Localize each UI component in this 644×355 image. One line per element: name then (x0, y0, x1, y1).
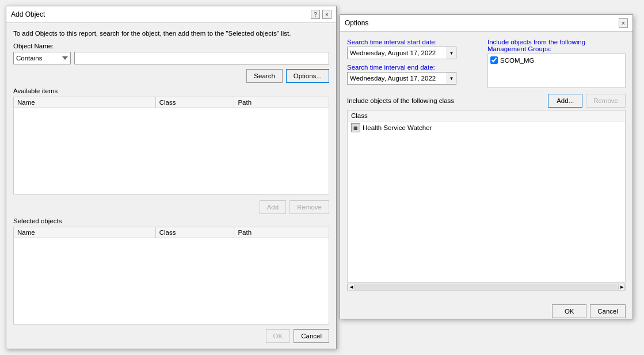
start-date-dropdown-btn[interactable]: ▼ (447, 47, 456, 59)
class-table-cell: ▦ Health Service Watcher (348, 121, 625, 135)
end-date-label: Search time interval end date: (347, 64, 482, 71)
object-name-row: Contains (13, 52, 329, 64)
add-button[interactable]: Add (260, 200, 286, 214)
search-options-row: Search Options... (13, 69, 329, 83)
selected-objects-label: Selected objects (13, 217, 329, 224)
selected-objects-table: Name Class Path (14, 227, 329, 238)
available-path-header: Path (234, 97, 329, 108)
options-titlebar-actions: × (619, 18, 628, 28)
end-date-dropdown-btn[interactable]: ▼ (447, 72, 456, 84)
selected-path-header: Path (234, 227, 329, 238)
add-object-titlebar: Add Object ? × (6, 6, 336, 23)
selected-class-header: Class (155, 227, 234, 238)
add-object-dialog: Add Object ? × To add Objects to this re… (6, 6, 337, 349)
grid-icon: ▦ (351, 123, 360, 132)
class-table: Class ▦ Health Service Watcher (348, 110, 625, 134)
selected-objects-table-container: Name Class Path (13, 227, 329, 325)
object-name-input[interactable] (74, 52, 329, 64)
start-date-value: Wednesday, August 17, 2022 (348, 49, 447, 56)
options-dialog: Options × Search time interval start dat… (340, 14, 633, 319)
ok-button[interactable]: OK (266, 329, 291, 343)
mg-checkbox[interactable] (490, 56, 498, 64)
start-date-row: Wednesday, August 17, 2022 ▼ (347, 47, 482, 59)
contains-select[interactable]: Contains (13, 52, 71, 64)
class-table-container: Class ▦ Health Service Watcher (347, 110, 626, 283)
class-row-item: ▦ Health Service Watcher (351, 123, 622, 132)
object-name-label: Object Name: (13, 43, 329, 49)
mg-item: SCOM_MG (490, 56, 623, 64)
options-cancel-button[interactable]: Cancel (590, 304, 626, 318)
include-class-buttons: Add... Remove (548, 94, 626, 108)
options-button[interactable]: Options... (286, 69, 329, 83)
available-class-header: Class (155, 97, 234, 108)
options-ok-button[interactable]: OK (552, 304, 586, 318)
options-left-panel: Search time interval start date: Wednesd… (347, 39, 482, 88)
titlebar-actions: ? × (311, 10, 331, 19)
scroll-left-btn[interactable]: ◀ (348, 284, 355, 291)
add-remove-row: Add Remove (13, 200, 329, 214)
cancel-button[interactable]: Cancel (294, 329, 329, 343)
start-date-label: Search time interval start date: (347, 39, 482, 45)
scrollbar-track[interactable] (355, 284, 618, 290)
search-button[interactable]: Search (246, 69, 282, 83)
options-close-button[interactable]: × (619, 18, 628, 28)
start-date-field[interactable]: Wednesday, August 17, 2022 ▼ (347, 47, 456, 59)
end-date-field[interactable]: Wednesday, August 17, 2022 ▼ (347, 72, 456, 85)
class-header: Class (348, 110, 625, 121)
add-object-body: To add Objects to this report, search fo… (6, 23, 336, 349)
class-item-name: Health Service Watcher (363, 124, 432, 131)
end-date-value: Wednesday, August 17, 2022 (348, 75, 447, 82)
scroll-right-btn[interactable]: ▶ (618, 284, 625, 291)
options-titlebar: Options × (340, 15, 632, 32)
mg-label: Include objects from the following Manag… (487, 39, 626, 52)
available-items-section: Available items Name Class Path (13, 87, 329, 194)
selected-name-header: Name (14, 227, 155, 238)
horizontal-scrollbar[interactable]: ◀ ▶ (347, 284, 626, 291)
class-table-row: ▦ Health Service Watcher (348, 121, 625, 135)
options-bottom-buttons: OK Cancel (340, 299, 632, 323)
help-button[interactable]: ? (311, 10, 320, 19)
add-object-title: Add Object (11, 10, 45, 18)
available-items-table: Name Class Path (14, 97, 329, 108)
options-title: Options (345, 19, 368, 27)
end-date-row: Wednesday, August 17, 2022 ▼ (347, 72, 482, 85)
available-items-label: Available items (13, 87, 329, 94)
options-body: Search time interval start date: Wednesd… (340, 32, 632, 299)
add-class-button[interactable]: Add... (548, 94, 582, 108)
options-top-section: Search time interval start date: Wednesd… (347, 39, 626, 88)
remove-button[interactable]: Remove (289, 200, 329, 214)
include-class-label: Include objects of the following class (347, 97, 454, 104)
options-right-panel: Include objects from the following Manag… (487, 39, 626, 88)
mg-list: SCOM_MG (487, 54, 626, 88)
mg-item-label: SCOM_MG (500, 57, 534, 64)
include-class-header: Include objects of the following class A… (347, 94, 626, 108)
instruction-text: To add Objects to this report, search fo… (13, 29, 329, 38)
remove-class-button[interactable]: Remove (586, 94, 626, 108)
available-name-header: Name (14, 97, 155, 108)
selected-objects-section: Selected objects Name Class Path (13, 217, 329, 325)
close-button[interactable]: × (322, 10, 331, 19)
available-items-table-container: Name Class Path (13, 97, 329, 194)
bottom-buttons: OK Cancel (13, 325, 329, 343)
